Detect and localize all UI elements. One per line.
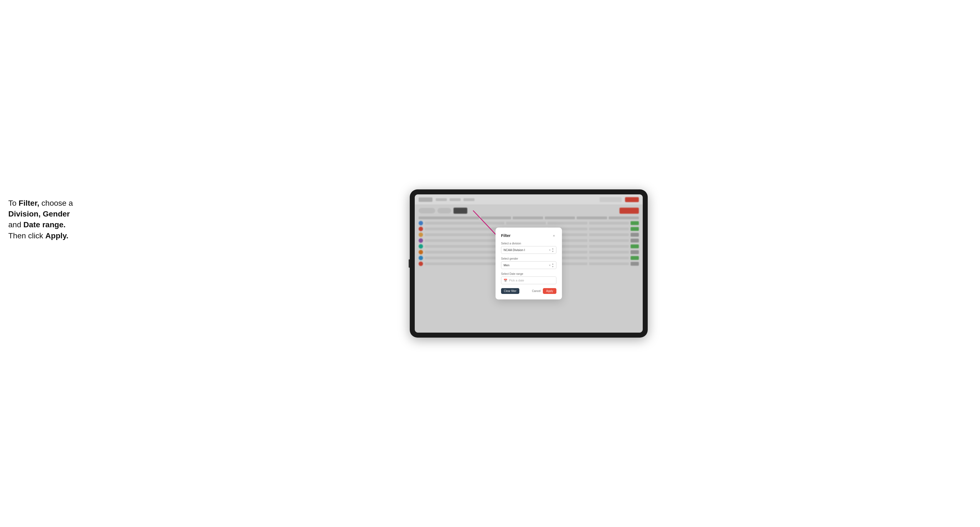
gender-label: Select gender [501, 257, 557, 260]
gender-arrows-icon: ▲ ▼ [552, 263, 554, 268]
close-button[interactable]: × [551, 233, 557, 238]
tablet-side-button [409, 259, 410, 268]
page-wrapper: To Filter, choose a Division, Gender and… [6, 189, 974, 338]
up-arrow: ▲ [552, 248, 554, 250]
gender-form-group: Select gender Men × ▲ ▼ [501, 257, 557, 269]
division-arrows-icon: ▲ ▼ [552, 248, 554, 253]
modal-title: Filter [501, 233, 511, 238]
date-range-form-group: Select Date range 📅 Pick a date [501, 272, 557, 284]
tablet-screen: Filter × Select a division NCAA Division… [415, 194, 643, 333]
date-range-bold: Date range. [24, 221, 66, 229]
modal-footer: Clear filter Cancel Apply [501, 288, 557, 294]
date-input[interactable]: 📅 Pick a date [501, 276, 557, 284]
down-arrow-g: ▼ [552, 265, 554, 268]
down-arrow: ▼ [552, 250, 554, 253]
instruction-text: To Filter, choose a Division, Gender and… [6, 189, 83, 241]
date-placeholder-text: Pick a date [509, 279, 524, 282]
calendar-icon: 📅 [504, 279, 508, 282]
division-clear-icon[interactable]: × [549, 248, 550, 252]
division-gender-bold: Division, Gender [8, 210, 70, 218]
cancel-button[interactable]: Cancel [532, 289, 541, 292]
division-value: NCAA Division I [504, 248, 549, 252]
date-range-label: Select Date range [501, 272, 557, 275]
apply-button[interactable]: Apply [543, 288, 557, 294]
modal-header: Filter × [501, 233, 557, 238]
clear-filter-button[interactable]: Clear filter [501, 288, 519, 294]
tablet-frame: Filter × Select a division NCAA Division… [410, 189, 648, 338]
filter-bold: Filter, [19, 199, 39, 207]
footer-right-buttons: Cancel Apply [532, 288, 557, 294]
gender-select[interactable]: Men × ▲ ▼ [501, 261, 557, 269]
division-label: Select a division [501, 242, 557, 245]
filter-modal: Filter × Select a division NCAA Division… [496, 227, 562, 300]
gender-clear-icon[interactable]: × [549, 264, 550, 267]
tablet-container: Filter × Select a division NCAA Division… [83, 189, 974, 338]
up-arrow-g: ▲ [552, 263, 554, 265]
modal-overlay: Filter × Select a division NCAA Division… [415, 194, 643, 333]
apply-bold: Apply. [45, 232, 68, 240]
division-select[interactable]: NCAA Division I × ▲ ▼ [501, 246, 557, 254]
division-form-group: Select a division NCAA Division I × ▲ ▼ [501, 242, 557, 254]
gender-value: Men [504, 264, 549, 267]
